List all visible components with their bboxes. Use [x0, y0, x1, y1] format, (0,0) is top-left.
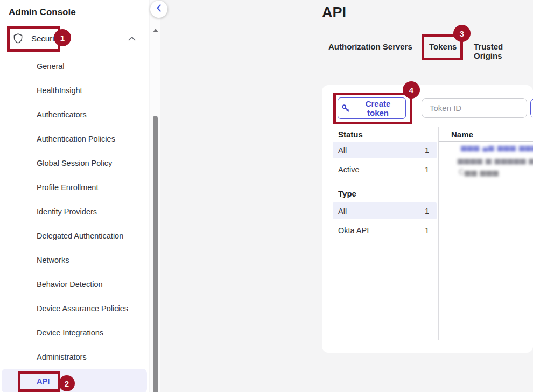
sidebar-item-networks[interactable]: Networks — [0, 248, 149, 272]
filter-label: Active — [338, 165, 360, 174]
filter-label: All — [338, 146, 347, 155]
table-column-header-name: Name — [451, 127, 473, 141]
filter-label: Okta API — [338, 226, 369, 235]
key-icon — [341, 104, 350, 113]
filter-row-status-all[interactable]: All 1 — [333, 142, 437, 158]
filter-row-type-okta-api[interactable]: Okta API 1 — [333, 222, 437, 239]
filter-count: 1 — [425, 146, 429, 155]
filter-header-type: Type — [333, 186, 437, 200]
filter-count: 1 — [425, 165, 429, 174]
filter-label: All — [338, 207, 347, 215]
sidebar-item-authentication-policies[interactable]: Authentication Policies — [0, 127, 149, 151]
filter-count: 1 — [425, 226, 429, 235]
tabs-divider — [322, 58, 533, 58]
create-token-label: Create token — [354, 99, 402, 117]
sidebar-item-authenticators[interactable]: Authenticators — [0, 102, 149, 127]
tokens-panel-card: Create token Status All 1 Active 1 Type … — [322, 85, 533, 353]
sidebar-item-administrators[interactable]: Administrators — [0, 345, 149, 369]
filter-header-status: Status — [333, 127, 437, 141]
sidebar-collapse-button[interactable] — [150, 1, 167, 18]
create-token-button[interactable]: Create token — [338, 97, 406, 119]
filter-table-divider — [438, 127, 439, 340]
table-row-divider — [439, 187, 533, 187]
token-row-detail-redacted: ▅▅▅▅ ▅ ▅▅▅▅▅ ▅▅▅▅▅▅ — [458, 156, 533, 164]
sidebar-item-behavior-detection[interactable]: Behavior Detection — [0, 272, 149, 296]
token-row-name-redacted[interactable]: ▅▅▅ ▄▅ ▅▅▅ ▅▅▅ ▅▅▅▅ — [461, 143, 533, 151]
filter-row-status-active[interactable]: Active 1 — [333, 161, 437, 178]
shield-icon — [13, 33, 23, 44]
sidebar-item-delegated-authentication[interactable]: Delegated Authentication — [0, 223, 149, 248]
filter-row-type-all[interactable]: All 1 — [333, 202, 437, 219]
token-filters: Status All 1 Active 1 Type All 1 Okta AP… — [333, 127, 437, 239]
scrollbar-up-arrow-icon[interactable] — [153, 29, 158, 32]
sidebar-section-security[interactable]: Security — [0, 25, 149, 51]
token-row-type-redacted: C▅▅ ▅▅▅ — [459, 167, 499, 176]
sidebar-item-profile-enrollment[interactable]: Profile Enrollment — [0, 175, 149, 199]
search-button-partial[interactable] — [530, 99, 533, 118]
sidebar-item-api[interactable]: API — [2, 369, 147, 392]
table-header-divider — [439, 141, 533, 142]
sidebar-section-label: Security — [31, 34, 128, 43]
annotation-badge-3: 3 — [453, 25, 471, 42]
token-id-input[interactable] — [422, 98, 527, 118]
tab-tokens[interactable]: Tokens — [429, 42, 457, 51]
sidebar-item-general[interactable]: General — [0, 54, 149, 78]
filter-count: 1 — [425, 207, 429, 215]
chevron-left-icon — [156, 4, 162, 14]
sidebar-item-identity-providers[interactable]: Identity Providers — [0, 199, 149, 223]
tab-authorization-servers[interactable]: Authorization Servers — [328, 42, 412, 51]
sidebar-nav: General HealthInsight Authenticators Aut… — [0, 54, 149, 392]
page-title: API — [322, 4, 346, 21]
chevron-up-icon — [128, 33, 136, 43]
app-title: Admin Console — [0, 0, 149, 25]
sidebar-item-device-integrations[interactable]: Device Integrations — [0, 320, 149, 345]
sidebar-item-global-session-policy[interactable]: Global Session Policy — [0, 151, 149, 175]
sidebar-item-healthinsight[interactable]: HealthInsight — [0, 78, 149, 102]
sidebar: Admin Console Security General HealthIns… — [0, 0, 149, 392]
sidebar-item-device-assurance-policies[interactable]: Device Assurance Policies — [0, 296, 149, 320]
sidebar-scrollbar-thumb[interactable] — [153, 116, 158, 392]
